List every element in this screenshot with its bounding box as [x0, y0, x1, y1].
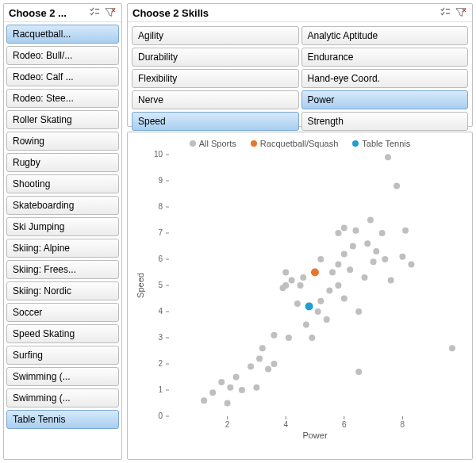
data-point: [315, 308, 321, 315]
data-point: [335, 262, 341, 268]
data-point: [379, 230, 386, 236]
skill-item[interactable]: Hand-eye Coord.: [301, 69, 469, 88]
data-point: [286, 335, 292, 341]
sport-item[interactable]: Ski Jumping: [6, 217, 119, 236]
legend-item: Racquetball/Squash: [251, 139, 338, 148]
clear-filter-icon[interactable]: [455, 6, 467, 19]
data-point: [289, 277, 295, 283]
skill-item[interactable]: Endurance: [301, 48, 469, 67]
legend-dot-icon: [352, 140, 359, 147]
scatter-chart: 0123456789102468SpeedPower: [131, 150, 469, 443]
data-point: [300, 274, 306, 281]
data-point: [324, 316, 330, 323]
data-point: [256, 355, 263, 362]
y-axis-label: Speed: [136, 273, 145, 298]
skill-item[interactable]: Nerve: [132, 90, 299, 109]
skill-item[interactable]: Power: [301, 90, 469, 109]
data-point: [393, 183, 400, 189]
sport-item[interactable]: Table Tennis: [6, 410, 119, 429]
data-point: [311, 269, 319, 277]
svg-text:7: 7: [158, 228, 163, 237]
skills-slicer-panel: Choose 2 Skills AgilityAnalytic Aptitude…: [127, 3, 473, 127]
svg-text:10: 10: [154, 150, 163, 159]
sport-item[interactable]: Swimming (...: [6, 367, 119, 386]
sports-list[interactable]: Racquetball...Rodeo: Bull/...Rodeo: Calf…: [4, 22, 121, 459]
sport-item[interactable]: Racquetball...: [6, 25, 119, 44]
sport-item[interactable]: Rodeo: Stee...: [6, 89, 119, 108]
sport-item[interactable]: Rodeo: Bull/...: [6, 46, 119, 65]
data-point: [373, 248, 379, 254]
data-point: [218, 379, 225, 385]
svg-text:8: 8: [401, 420, 405, 429]
clear-filter-icon[interactable]: [104, 6, 117, 19]
svg-text:8: 8: [158, 202, 163, 211]
data-point: [282, 282, 289, 289]
sports-slicer-panel: Choose 2 ... Racquetball...Rodeo: Bull/.…: [3, 3, 122, 460]
sport-item[interactable]: Skateboarding: [6, 196, 119, 215]
data-point: [388, 277, 394, 283]
data-point: [271, 332, 277, 339]
svg-text:4: 4: [283, 420, 288, 429]
sport-item[interactable]: Soccer: [6, 303, 119, 322]
sport-item[interactable]: Speed Skating: [6, 324, 119, 343]
data-point: [248, 363, 254, 369]
data-point: [265, 366, 271, 373]
data-point: [341, 224, 347, 231]
sport-item[interactable]: Skiing: Frees...: [6, 260, 119, 279]
data-point: [209, 389, 216, 396]
skill-item[interactable]: Agility: [132, 26, 299, 45]
multiselect-icon[interactable]: [88, 6, 101, 19]
svg-text:1: 1: [158, 385, 163, 394]
legend-item: Table Tennis: [352, 139, 410, 148]
legend-label: Table Tennis: [362, 139, 410, 148]
data-point: [305, 302, 313, 310]
skill-item[interactable]: Analytic Aptitude: [301, 26, 469, 45]
skills-slicer-title: Choose 2 Skills: [132, 7, 209, 19]
data-point: [239, 387, 245, 393]
data-point: [233, 374, 240, 381]
data-point: [326, 288, 332, 294]
data-point: [350, 243, 356, 250]
data-point: [449, 345, 455, 351]
sport-item[interactable]: Rugby: [6, 153, 119, 172]
data-point: [399, 254, 405, 260]
data-point: [282, 270, 289, 276]
sports-slicer-header: Choose 2 ...: [4, 4, 121, 22]
sport-item[interactable]: Skiing: Nordic: [6, 281, 119, 300]
svg-text:5: 5: [158, 281, 163, 289]
data-point: [408, 262, 414, 268]
skill-item[interactable]: Strength: [301, 112, 469, 131]
data-point: [341, 251, 347, 257]
sport-item[interactable]: Shooting: [6, 174, 119, 193]
data-point: [309, 335, 315, 341]
skill-item[interactable]: Durability: [132, 48, 299, 67]
data-point: [355, 369, 362, 375]
svg-text:0: 0: [158, 411, 163, 420]
sport-item[interactable]: Swimming (...: [6, 388, 119, 408]
data-point: [335, 282, 341, 289]
data-point: [298, 282, 304, 289]
data-point: [201, 397, 207, 404]
data-point: [294, 300, 301, 307]
legend-dot-icon: [251, 140, 257, 147]
legend-label: Racquetball/Squash: [260, 139, 338, 148]
data-point: [370, 258, 377, 265]
data-point: [253, 385, 259, 391]
multiselect-icon[interactable]: [439, 6, 451, 19]
sport-item[interactable]: Rodeo: Calf ...: [6, 67, 119, 86]
svg-text:4: 4: [158, 307, 163, 316]
sports-slicer-title: Choose 2 ...: [9, 7, 67, 19]
svg-text:2: 2: [158, 359, 163, 368]
data-point: [367, 217, 374, 224]
data-point: [227, 385, 233, 391]
legend-dot-icon: [190, 140, 196, 147]
skill-item[interactable]: Speed: [132, 112, 299, 131]
data-point: [362, 274, 368, 281]
sport-item[interactable]: Rowing: [6, 132, 119, 151]
sport-item[interactable]: Roller Skating: [6, 110, 119, 129]
sport-item[interactable]: Surfing: [6, 346, 119, 365]
data-point: [329, 270, 336, 276]
sport-item[interactable]: Skiing: Alpine: [6, 239, 119, 258]
svg-text:2: 2: [225, 420, 230, 429]
skill-item[interactable]: Flexibility: [132, 69, 299, 88]
